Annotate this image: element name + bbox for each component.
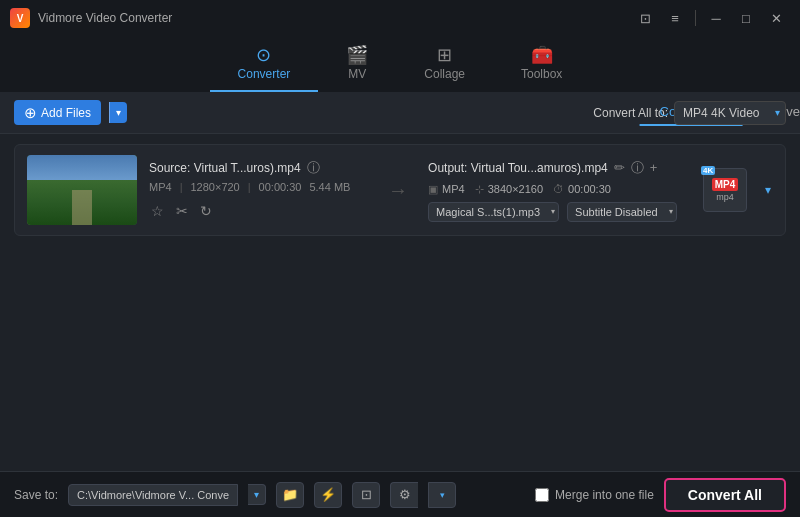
- file-source-row: Source: Virtual T...uros).mp4 ⓘ: [149, 159, 368, 177]
- cut-action-btn[interactable]: ✂: [174, 201, 190, 221]
- format-badge: 4K MP4 mp4: [703, 168, 747, 212]
- output-dest-row: Output: Virtual Tou...amuros).mp4 ✏ ⓘ +: [428, 159, 691, 177]
- app-icon: V: [10, 8, 30, 28]
- arrow-area: →: [380, 179, 416, 202]
- screen-icon: ⊡: [361, 487, 372, 502]
- thumb-path: [72, 190, 92, 225]
- save-to-dropdown-btn[interactable]: ▾: [248, 484, 266, 505]
- gear-btn[interactable]: ⚙: [390, 482, 418, 508]
- format-badge-ext: mp4: [716, 192, 734, 202]
- file-item: Source: Virtual T...uros).mp4 ⓘ MP4 | 12…: [14, 144, 786, 236]
- file-duration: 00:00:30: [259, 181, 302, 193]
- rotate-action-btn[interactable]: ↻: [198, 201, 214, 221]
- tab-toolbox-label: Toolbox: [521, 67, 562, 81]
- format-select[interactable]: MP4 4K Video MP4 HD Video MP4 Standard M…: [674, 101, 786, 125]
- edit-icon[interactable]: ✏: [614, 160, 625, 175]
- output-duration-item: ⏱ 00:00:30: [553, 183, 611, 195]
- audio-track-select[interactable]: Magical S...ts(1).mp3: [428, 202, 559, 222]
- format-badge-label: MP4: [712, 178, 739, 191]
- resolution-icon: ⊹: [475, 183, 484, 196]
- folder-btn[interactable]: 📁: [276, 482, 304, 508]
- source-info-icon[interactable]: ⓘ: [307, 159, 320, 177]
- output-info: Output: Virtual Tou...amuros).mp4 ✏ ⓘ + …: [428, 159, 691, 222]
- plus-icon: ⊕: [24, 105, 37, 120]
- lightning-btn[interactable]: ⚡: [314, 482, 342, 508]
- output-resolution: 3840×2160: [488, 183, 543, 195]
- output-plus-icon[interactable]: +: [650, 160, 658, 175]
- titlebar-left: V Vidmore Video Converter: [10, 8, 172, 28]
- menu-btn[interactable]: ≡: [661, 6, 689, 30]
- output-format: MP4: [442, 183, 465, 195]
- file-format: MP4: [149, 181, 172, 193]
- mv-icon: 🎬: [346, 46, 368, 64]
- toolbar: ⊕ Add Files ▾ Converting Converted Conve…: [0, 92, 800, 134]
- file-resolution: 1280×720: [190, 181, 239, 193]
- app-title: Vidmore Video Converter: [38, 11, 172, 25]
- bottombar: Save to: ▾ 📁 ⚡ ⊡ ⚙ ▾ Merge into one file…: [0, 471, 800, 517]
- minimize-btn[interactable]: ─: [702, 6, 730, 30]
- gear-icon: ⚙: [399, 487, 411, 502]
- screen-btn[interactable]: ⊡: [352, 482, 380, 508]
- add-files-label: Add Files: [41, 106, 91, 120]
- titlebar: V Vidmore Video Converter ⊡ ≡ ─ □ ✕: [0, 0, 800, 36]
- star-action-btn[interactable]: ☆: [149, 201, 166, 221]
- maximize-btn[interactable]: □: [732, 6, 760, 30]
- audio-track-wrapper: Magical S...ts(1).mp3 ▾: [428, 202, 559, 222]
- output-meta-row: ▣ MP4 ⊹ 3840×2160 ⏱ 00:00:30: [428, 183, 691, 196]
- file-source-info: Source: Virtual T...uros).mp4 ⓘ MP4 | 12…: [149, 159, 368, 221]
- duration-icon: ⏱: [553, 183, 564, 195]
- titlebar-controls: ⊡ ≡ ─ □ ✕: [631, 6, 790, 30]
- file-actions: ☆ ✂ ↻: [149, 201, 368, 221]
- add-files-dropdown-btn[interactable]: ▾: [109, 102, 127, 123]
- tab-mv-label: MV: [348, 67, 366, 81]
- file-size: 5.44 MB: [309, 181, 350, 193]
- collage-icon: ⊞: [437, 46, 452, 64]
- subtitle-wrapper: Subtitle Disabled Enable Subtitle ▾: [567, 202, 677, 222]
- output-duration: 00:00:30: [568, 183, 611, 195]
- output-dest-text: Output: Virtual Tou...amuros).mp4: [428, 161, 608, 175]
- converter-icon: ⊙: [256, 46, 271, 64]
- save-to-path-input[interactable]: [68, 484, 238, 506]
- output-selects: Magical S...ts(1).mp3 ▾ Subtitle Disable…: [428, 202, 691, 222]
- output-info-icon[interactable]: ⓘ: [631, 159, 644, 177]
- merge-label[interactable]: Merge into one file: [555, 488, 654, 502]
- toolbox-icon: 🧰: [531, 46, 553, 64]
- format-4k-label: 4K: [701, 166, 715, 175]
- main-area: Source: Virtual T...uros).mp4 ⓘ MP4 | 12…: [0, 134, 800, 471]
- convert-all-button[interactable]: Convert All: [664, 478, 786, 512]
- save-to-label: Save to:: [14, 488, 58, 502]
- output-resolution-item: ⊹ 3840×2160: [475, 183, 543, 196]
- output-format-item: ▣ MP4: [428, 183, 465, 196]
- convert-all-to: Convert All to: MP4 4K Video MP4 HD Vide…: [593, 101, 786, 125]
- format-select-wrapper: MP4 4K Video MP4 HD Video MP4 Standard M…: [674, 101, 786, 125]
- subtitle-select[interactable]: Subtitle Disabled Enable Subtitle: [567, 202, 677, 222]
- tab-toolbox[interactable]: 🧰 Toolbox: [493, 36, 590, 92]
- titlebar-sep: [695, 10, 696, 26]
- app-icon-letter: V: [17, 13, 24, 24]
- format-icon: ▣: [428, 183, 438, 196]
- nav-tabs: ⊙ Converter 🎬 MV ⊞ Collage 🧰 Toolbox: [0, 36, 800, 92]
- merge-check: Merge into one file: [535, 488, 654, 502]
- merge-checkbox[interactable]: [535, 488, 549, 502]
- tab-collage-label: Collage: [424, 67, 465, 81]
- tab-collage[interactable]: ⊞ Collage: [396, 36, 493, 92]
- file-thumbnail: [27, 155, 137, 225]
- chat-btn[interactable]: ⊡: [631, 6, 659, 30]
- folder-icon: 📁: [282, 487, 298, 502]
- close-btn[interactable]: ✕: [762, 6, 790, 30]
- add-files-button[interactable]: ⊕ Add Files: [14, 100, 101, 125]
- tab-converter[interactable]: ⊙ Converter: [210, 36, 319, 92]
- arrow-icon: →: [388, 179, 408, 202]
- file-meta-row: MP4 | 1280×720 | 00:00:30 5.44 MB: [149, 181, 368, 193]
- format-badge-dropdown[interactable]: ▾: [763, 183, 773, 197]
- tab-converter-label: Converter: [238, 67, 291, 81]
- lightning-icon: ⚡: [320, 487, 336, 502]
- thumb-sky: [27, 155, 137, 180]
- file-source-text: Source: Virtual T...uros).mp4: [149, 161, 301, 175]
- gear-dropdown-btn[interactable]: ▾: [428, 482, 456, 508]
- tab-mv[interactable]: 🎬 MV: [318, 36, 396, 92]
